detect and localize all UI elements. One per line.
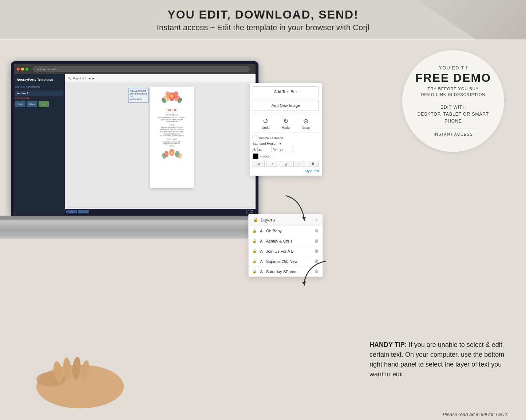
free-demo-you-edit: YOU EDIT !	[439, 65, 467, 71]
layers-chevron-icon[interactable]: ∨	[315, 217, 318, 223]
banner-subtitle: Instant access ~ Edit the template in yo…	[0, 23, 526, 32]
free-demo-divider-1	[431, 101, 475, 101]
color-label: #000000	[260, 155, 271, 158]
layer-delete-2[interactable]: 🗑	[315, 248, 319, 254]
layer-type-4: A	[259, 269, 264, 274]
layers-title: Layers	[261, 217, 275, 223]
free-demo-demo-link: DEMO LINK IN DESCRIPTION	[421, 92, 486, 98]
layers-item-0[interactable]: 🔒 A Oh Baby 🗑	[249, 226, 323, 236]
free-demo-title: FREE DEMO	[415, 72, 491, 84]
footer-note: Please read ad in full for T&C's	[443, 412, 508, 417]
resize-image-checkbox[interactable]	[253, 136, 257, 140]
dropdown-icon[interactable]: ▼	[279, 142, 282, 145]
handy-tip-section: HANDY TIP: If you are unable to select &…	[369, 340, 508, 379]
color-swatch[interactable]	[253, 153, 258, 159]
layer-type-2: A	[259, 249, 264, 253]
browser-address-bar[interactable]: corjl.com/orders	[33, 66, 250, 72]
laptop-screen-inner: corjl.com/orders NoorayParty Templates O…	[14, 64, 256, 215]
sidebar-changes-btn[interactable]: Chges	[27, 101, 37, 107]
layer-delete-0[interactable]: 🗑	[315, 228, 319, 233]
main-content: corjl.com/orders NoorayParty Templates O…	[0, 39, 526, 420]
laptop-body	[0, 220, 269, 231]
free-demo-edit-with: EDIT WITH DESKTOP, TABLET OR SMART PHONE	[410, 104, 497, 125]
order-id: Order Id: 1509758194	[15, 86, 63, 88]
undo-tool[interactable]: ↺ Undo	[262, 117, 270, 129]
layers-lock-icon: 🔒	[253, 217, 258, 223]
layers-item-2[interactable]: 🔒 A Join Us For A B 🗑	[249, 246, 323, 256]
height-input[interactable]	[257, 147, 272, 152]
toolbar-nav-prev[interactable]: ◀	[88, 77, 90, 80]
layers-header-left: 🔒 Layers	[253, 217, 275, 223]
editor-main: 🔍 Page 1 of 1 ◀ ▶ PLEASE JOIN US F OR A …	[65, 74, 256, 215]
align-center-button[interactable]: ☰	[307, 161, 319, 167]
layer-lock-4: 🔒	[252, 269, 257, 273]
size-row: H: W:	[253, 147, 319, 152]
toolbar-page: Page 1 of 1	[73, 77, 86, 80]
resize-image-label: Resize as Image	[259, 136, 283, 140]
layer-type-0: A	[259, 229, 264, 233]
align-left-button[interactable]: ≡	[293, 161, 305, 167]
add-text-box-button[interactable]: Add Text Box	[253, 86, 319, 97]
bold-button[interactable]: B	[253, 161, 265, 167]
redo-label: Redo	[282, 126, 290, 129]
toolbar-zoom[interactable]: 🔍	[68, 77, 71, 80]
laptop-wrapper: corjl.com/orders NoorayParty Templates O…	[0, 61, 288, 287]
snap-tool[interactable]: ⊕ Snap	[302, 117, 310, 129]
arrow-to-layers	[293, 257, 329, 287]
width-input[interactable]	[279, 147, 293, 152]
style-text-button[interactable]: Style Text	[305, 169, 319, 173]
redo-tool[interactable]: ↻ Redo	[282, 117, 290, 129]
taskbar-item-2[interactable]: Free For Issue	[78, 210, 89, 213]
redo-icon: ↻	[282, 117, 290, 125]
sidebar-item-row[interactable]: best Item 1	[15, 91, 63, 96]
menu-section-main: main	[152, 124, 191, 126]
laptop-base	[0, 231, 288, 239]
menu-card-flowers-bottom	[152, 149, 191, 161]
layer-lock-1: 🔒	[252, 239, 257, 243]
browser-dot-close[interactable]	[17, 68, 20, 71]
corjl-logo: NoorayParty Templates	[15, 76, 63, 83]
arrow-svg-1	[282, 192, 311, 221]
hand-area	[22, 350, 124, 408]
corjl-floating-panel: Add Text Box Add New Image ↺ Undo ↻ Redo…	[249, 83, 322, 176]
edit-with-label: EDIT WITH	[440, 105, 466, 110]
browser-dot-minimize[interactable]	[21, 68, 24, 71]
laptop-taskbar: Corjl Free For Issue 7:25 PM6/18/2019	[65, 209, 256, 215]
color-row: #000000	[253, 153, 319, 159]
sidebar-item-label: best Item 1	[17, 92, 62, 94]
layer-label-1: Ashley & Chris	[266, 239, 312, 243]
layer-type-3: A	[259, 259, 264, 264]
taskbar-clock: 7:25 PM6/18/2019	[246, 209, 254, 214]
italic-button[interactable]: I	[266, 161, 278, 167]
free-demo-instant-access: INSTANT ACCESS	[434, 131, 473, 137]
svg-point-5	[170, 94, 174, 98]
layer-label-2: Join Us For A B	[266, 249, 312, 253]
svg-marker-21	[302, 281, 306, 286]
editor-sidebar: NoorayParty Templates Order Id: 15097581…	[14, 74, 65, 215]
style-text-container: Style Text	[253, 169, 319, 173]
corjl-tools-row: ↺ Undo ↻ Redo ⊕ Snap	[250, 114, 322, 133]
layers-item-1[interactable]: 🔒 A Ashley & Chris 🗑	[249, 236, 323, 246]
layer-lock-0: 🔒	[252, 229, 257, 233]
sidebar-actions: Save Chges ✓	[15, 101, 63, 107]
incomplete-label: INCOMPLETE	[15, 97, 63, 99]
arrow-to-panel	[282, 192, 311, 221]
add-new-image-button[interactable]: Add New Image	[253, 100, 319, 111]
taskbar-item-1[interactable]: Corjl	[66, 210, 77, 213]
free-demo-divider-2	[431, 128, 475, 128]
layer-delete-1[interactable]: 🗑	[315, 238, 319, 244]
sidebar-action-btn[interactable]: Save	[15, 101, 25, 107]
laptop-screen-outer: corjl.com/orders NoorayParty Templates O…	[11, 61, 258, 217]
menu-card-preview: menu starters CRISPY PEKING DUCK ROLLS, …	[150, 87, 194, 188]
sidebar-approve-btn[interactable]: ✓	[39, 101, 49, 107]
editor-toolbar: 🔍 Page 1 of 1 ◀ ▶	[65, 74, 256, 83]
editor-ui: NoorayParty Templates Order Id: 15097581…	[14, 74, 256, 215]
width-label: W:	[273, 148, 277, 151]
resize-as-image-row: Resize as Image	[253, 136, 319, 140]
toolbar-nav-next[interactable]: ▶	[92, 77, 94, 80]
height-label: H:	[253, 148, 256, 151]
browser-dot-maximize[interactable]	[25, 68, 28, 71]
snap-icon: ⊕	[302, 117, 310, 125]
underline-button[interactable]: U	[280, 161, 292, 167]
snap-label: Snap	[302, 126, 310, 129]
